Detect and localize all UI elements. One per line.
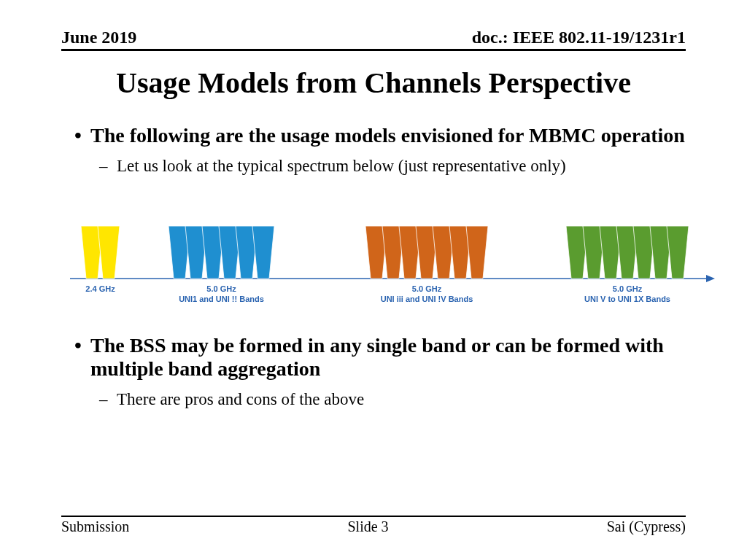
bullet-2: The BSS may be formed in any single band… [70, 334, 686, 381]
bullet-1: The following are the usage models envis… [70, 124, 686, 147]
svg-text:5.0 GHz: 5.0 GHz [412, 284, 442, 293]
channel-bar [98, 226, 120, 279]
header-rule [61, 49, 686, 51]
spectrum-svg: 2.4 GHz5.0 GHzUNI1 and UNI !! Bands5.0 G… [70, 215, 715, 317]
band-group: 2.4 GHz [81, 226, 120, 293]
channel-bar [466, 226, 488, 279]
header-date: June 2019 [61, 28, 136, 47]
slide-footer: Submission Slide 3 Sai (Cypress) [61, 516, 686, 535]
band-group: 5.0 GHzUNI iii and UNI !V Bands [365, 226, 488, 303]
footer-center: Slide 3 [347, 518, 388, 535]
band-group: 5.0 GHzUNI1 and UNI !! Bands [169, 226, 274, 303]
footer-rule [61, 516, 686, 517]
svg-text:UNI iii and UNI !V Bands: UNI iii and UNI !V Bands [381, 295, 473, 303]
channel-bar [252, 226, 274, 279]
channel-bar [667, 226, 689, 279]
header-doc: doc.: IEEE 802.11-19/1231r1 [472, 28, 686, 47]
bullet-1-sub: Let us look at the typical spectrum belo… [70, 156, 686, 176]
svg-text:UNI V to UNI 1X Bands: UNI V to UNI 1X Bands [584, 295, 670, 303]
spectrum-chart: 2.4 GHz5.0 GHzUNI1 and UNI !! Bands5.0 G… [70, 215, 715, 317]
footer-left: Submission [61, 518, 129, 535]
bullet-2-sub: There are pros and cons of the above [70, 389, 686, 410]
bullet-group-1: The following are the usage models envis… [70, 124, 686, 176]
slide-header: June 2019 doc.: IEEE 802.11-19/1231r1 [61, 28, 686, 51]
band-group: 5.0 GHzUNI V to UNI 1X Bands [566, 226, 689, 303]
svg-text:5.0 GHz: 5.0 GHz [206, 284, 236, 293]
page-title: Usage Models from Channels Perspective [0, 66, 747, 100]
svg-text:5.0 GHz: 5.0 GHz [613, 284, 643, 293]
svg-text:UNI1 and UNI !! Bands: UNI1 and UNI !! Bands [179, 295, 264, 303]
bullet-group-2: The BSS may be formed in any single band… [70, 334, 686, 410]
svg-text:2.4 GHz: 2.4 GHz [85, 284, 115, 293]
footer-right: Sai (Cypress) [607, 518, 686, 535]
